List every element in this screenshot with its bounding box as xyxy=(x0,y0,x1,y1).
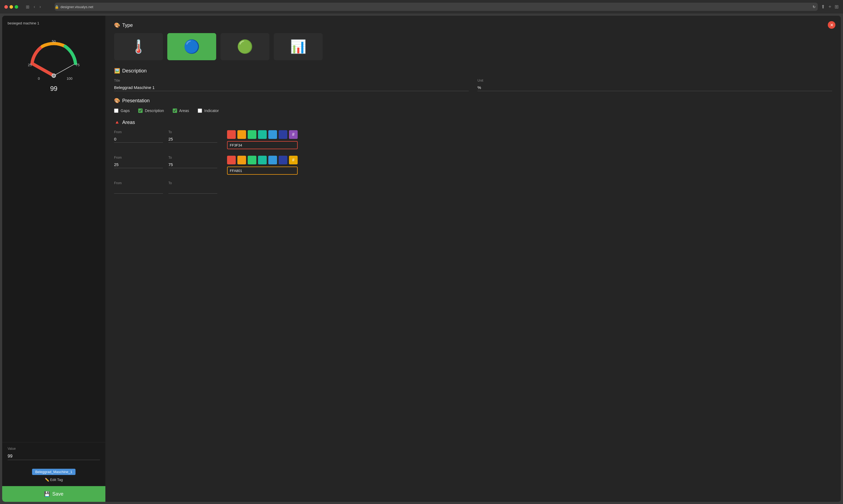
gaps-checkbox[interactable] xyxy=(114,108,118,113)
area1-from-input[interactable] xyxy=(114,136,163,143)
maximize-traffic-light[interactable] xyxy=(15,5,18,9)
area2-hex-wrap xyxy=(227,166,298,175)
grid-icon[interactable]: ⊞ xyxy=(835,4,839,10)
title-input[interactable] xyxy=(114,84,469,91)
areas-icon: 🔺 xyxy=(114,119,120,125)
type-card-speedometer[interactable]: 🔵 xyxy=(167,33,216,60)
area2-hash-button[interactable]: # xyxy=(289,156,298,164)
area1-swatch-teal[interactable] xyxy=(258,130,267,139)
value-section: Value xyxy=(2,442,105,464)
type-card-indicator[interactable]: 🟢 xyxy=(221,33,270,60)
indicator-checkbox[interactable] xyxy=(198,108,202,113)
area2-swatch-teal[interactable] xyxy=(258,156,267,164)
areas-label: Areas xyxy=(179,108,189,113)
area2-from-label: From xyxy=(114,156,163,160)
tag-badge[interactable]: Beleggrad_Maschine_1 xyxy=(32,469,76,475)
area1-to-group: To xyxy=(168,130,217,143)
areas-checkbox[interactable] xyxy=(173,108,177,113)
indicator-label: Indicator xyxy=(204,108,219,113)
description-checkbox-label: Description xyxy=(145,108,164,113)
area1-swatch-orange[interactable] xyxy=(237,130,246,139)
right-panel: ✕ 🎨 Type 🌡️ 🔵 🟢 📊 🖼️ Descrip xyxy=(105,16,841,502)
area2-to-group: To xyxy=(168,156,217,168)
minimize-traffic-light[interactable] xyxy=(10,5,13,9)
area2-color-picker: # xyxy=(227,156,298,175)
type-grid: 🌡️ 🔵 🟢 📊 xyxy=(114,33,832,60)
forward-button[interactable]: › xyxy=(38,4,42,10)
browser-right-controls: ⬆ + ⊞ xyxy=(821,4,839,10)
areas-label-header: Areas xyxy=(122,120,135,125)
area2-swatch-red[interactable] xyxy=(227,156,236,164)
type-gauge-icon: 🌡️ xyxy=(131,39,147,54)
area1-swatch-blue[interactable] xyxy=(268,130,277,139)
areas-section: 🔺 Areas From To xyxy=(114,119,832,194)
back-button[interactable]: ‹ xyxy=(32,4,37,10)
traffic-lights xyxy=(4,5,18,9)
type-bar-icon: 📊 xyxy=(290,39,306,54)
title-field-group: Title xyxy=(114,79,469,91)
type-icon: 🎨 xyxy=(114,22,120,28)
svg-line-6 xyxy=(54,64,74,76)
browser-chrome: ⊞ ‹ › 🔒 designer.visualys.net ↻ ⬆ + ⊞ xyxy=(0,0,843,14)
area2-from-group: From xyxy=(114,156,163,168)
area3-from-label: From xyxy=(114,181,163,185)
gauge-title: besieged machine 1 xyxy=(7,21,100,25)
area2-from-input[interactable] xyxy=(114,161,163,168)
area1-swatch-green[interactable] xyxy=(248,130,256,139)
gaps-label: Gaps xyxy=(121,108,130,113)
gauge-widget: 50 25 75 0 100 99 xyxy=(7,30,100,95)
new-tab-icon[interactable]: + xyxy=(828,4,831,10)
area2-to-input[interactable] xyxy=(168,161,217,168)
area1-swatch-darkblue[interactable] xyxy=(279,130,287,139)
reload-icon[interactable]: ↻ xyxy=(813,5,815,9)
sidebar-toggle[interactable]: ⊞ xyxy=(24,4,31,10)
area1-swatch-red[interactable] xyxy=(227,130,236,139)
gaps-checkbox-item[interactable]: Gaps xyxy=(114,108,130,113)
close-button[interactable]: ✕ xyxy=(828,21,836,29)
indicator-checkbox-item[interactable]: Indicator xyxy=(198,108,219,113)
presentation-section-header: 🎨 Presentation xyxy=(114,98,832,104)
description-fields: Title Unit xyxy=(114,79,832,91)
edit-tag-button[interactable]: ✏️ Edit Tag xyxy=(45,478,63,482)
area3-to-group: To xyxy=(168,181,217,194)
area2-swatch-darkblue[interactable] xyxy=(279,156,287,164)
type-label: Type xyxy=(122,22,133,28)
unit-label: Unit xyxy=(478,79,832,83)
svg-text:0: 0 xyxy=(38,76,40,80)
type-card-bar[interactable]: 📊 xyxy=(274,33,323,60)
area-row-2: From To # xyxy=(114,156,832,175)
unit-field-group: Unit xyxy=(478,79,832,91)
area1-hex-input[interactable] xyxy=(230,143,252,147)
save-button[interactable]: 💾 Save xyxy=(2,486,105,502)
unit-input[interactable] xyxy=(478,84,832,91)
area1-to-input[interactable] xyxy=(168,136,217,143)
presentation-section: 🎨 Presentation Gaps Description Areas xyxy=(114,98,832,113)
area2-hex-input[interactable] xyxy=(230,169,252,173)
areas-checkbox-item[interactable]: Areas xyxy=(173,108,189,113)
areas-section-header: 🔺 Areas xyxy=(114,119,832,125)
svg-point-7 xyxy=(52,74,55,77)
area2-swatch-orange[interactable] xyxy=(237,156,246,164)
area1-hex-wrap xyxy=(227,141,298,149)
description-section: 🖼️ Description Title Unit xyxy=(114,68,832,91)
share-icon[interactable]: ⬆ xyxy=(821,4,825,10)
save-icon: 💾 xyxy=(44,491,50,497)
area1-hash-button[interactable]: # xyxy=(289,130,298,139)
close-traffic-light[interactable] xyxy=(4,5,8,9)
area1-from-group: From xyxy=(114,130,163,143)
address-bar[interactable]: 🔒 designer.visualys.net ↻ xyxy=(55,3,818,11)
area2-swatch-blue[interactable] xyxy=(268,156,277,164)
area3-to-input[interactable] xyxy=(168,187,217,194)
area2-swatches: # xyxy=(227,156,298,164)
type-section-header: 🎨 Type xyxy=(114,22,832,28)
area1-color-picker: # xyxy=(227,130,298,149)
area3-from-input[interactable] xyxy=(114,187,163,194)
type-indicator-icon: 🟢 xyxy=(237,39,253,54)
description-checkbox[interactable] xyxy=(138,108,142,113)
left-panel: besieged machine 1 50 25 75 0 100 xyxy=(2,16,105,502)
main-window: besieged machine 1 50 25 75 0 100 xyxy=(2,16,841,502)
area2-swatch-green[interactable] xyxy=(248,156,256,164)
description-checkbox-item[interactable]: Description xyxy=(138,108,164,113)
value-input[interactable] xyxy=(7,453,100,460)
type-card-gauge[interactable]: 🌡️ xyxy=(114,33,163,60)
